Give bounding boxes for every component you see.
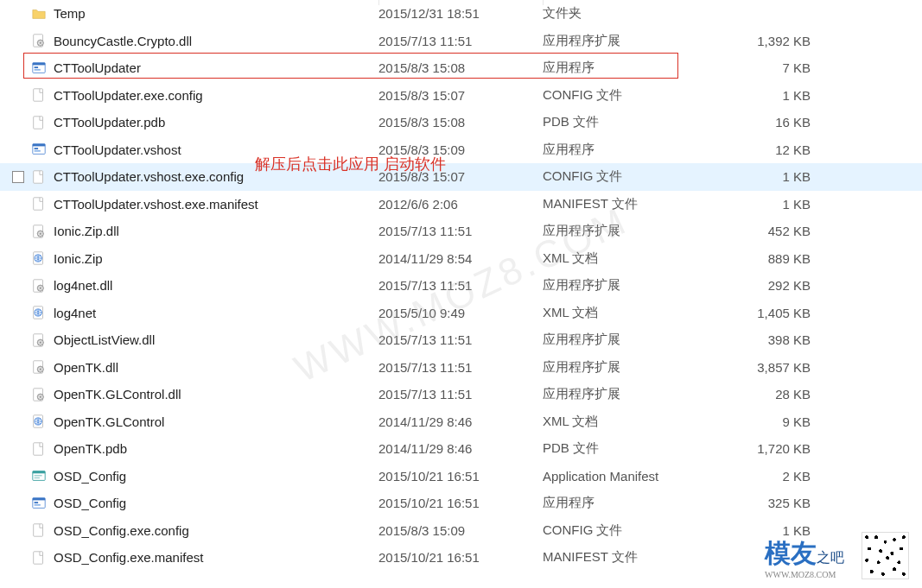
exe-icon	[28, 60, 50, 76]
file-size: 1,720 KB	[707, 441, 836, 456]
file-row[interactable]: OpenTK.GLControl.dll2015/7/13 11:51应用程序扩…	[0, 381, 922, 408]
svg-rect-14	[34, 198, 43, 210]
svg-rect-5	[35, 66, 39, 68]
file-icon	[28, 550, 50, 566]
file-row[interactable]: OpenTK.dll2015/7/13 11:51应用程序扩展3,857 KB	[0, 354, 922, 382]
file-type: 应用程序扩展	[543, 223, 707, 239]
file-name[interactable]: CTToolUpdater.vshost.exe.manifest	[50, 197, 378, 212]
file-date: 2015/8/3 15:07	[378, 169, 543, 184]
dll-icon	[28, 332, 50, 348]
file-size: 325 KB	[707, 496, 836, 510]
svg-rect-42	[33, 497, 45, 500]
file-name[interactable]: log4net	[50, 306, 378, 320]
file-name[interactable]: CTToolUpdater.vshost	[50, 142, 378, 157]
file-icon	[28, 522, 50, 538]
file-list: Temp2015/12/31 18:51文件夹BouncyCastle.Cryp…	[0, 0, 922, 572]
file-size: 1,405 KB	[707, 306, 836, 320]
file-name[interactable]: CTToolUpdater.vshost.exe.config	[50, 169, 378, 184]
file-name[interactable]: ObjectListView.dll	[50, 332, 378, 347]
folder-icon	[28, 6, 50, 22]
file-icon	[28, 196, 50, 212]
file-row[interactable]: log4net2015/5/10 9:49XML 文档1,405 KB	[0, 300, 922, 327]
file-name[interactable]: OSD_Config.exe.config	[50, 523, 378, 538]
file-name[interactable]: OSD_Config.exe.manifest	[50, 550, 378, 565]
svg-rect-36	[34, 443, 43, 455]
file-name[interactable]: Ionic.Zip.dll	[50, 224, 378, 238]
svg-point-22	[40, 287, 41, 288]
svg-rect-12	[35, 150, 41, 152]
file-type: 应用程序扩展	[543, 33, 707, 49]
svg-rect-40	[35, 477, 40, 478]
file-row[interactable]: Temp2015/12/31 18:51文件夹	[0, 0, 922, 28]
svg-rect-44	[35, 504, 41, 506]
file-name[interactable]: CTToolUpdater.pdb	[50, 115, 378, 130]
svg-rect-45	[34, 524, 43, 536]
file-row[interactable]: OSD_Config2015/10/21 16:51Application Ma…	[0, 463, 922, 490]
file-row[interactable]: CTToolUpdater.exe.config2015/8/3 15:07CO…	[0, 82, 922, 110]
file-type: 应用程序	[543, 60, 707, 76]
file-size: 1 KB	[707, 88, 836, 103]
dll-icon	[28, 359, 50, 375]
file-name[interactable]: log4net.dll	[50, 278, 378, 293]
row-checkbox[interactable]	[12, 171, 24, 183]
file-name[interactable]: Ionic.Zip	[50, 251, 378, 266]
file-name[interactable]: OpenTK.pdb	[50, 441, 378, 456]
xml-icon	[28, 414, 50, 429]
file-date: 2014/11/29 8:46	[378, 414, 543, 429]
svg-rect-6	[35, 69, 41, 71]
file-name[interactable]: OpenTK.GLControl.dll	[50, 387, 378, 401]
file-row[interactable]: OpenTK.GLControl2014/11/29 8:46XML 文档9 K…	[0, 408, 922, 436]
svg-rect-7	[34, 89, 43, 101]
file-size: 1 KB	[707, 169, 836, 184]
file-type: MANIFEST 文件	[543, 549, 707, 566]
qr-code	[862, 532, 909, 579]
file-type: CONFIG 文件	[543, 168, 707, 185]
file-date: 2015/10/21 16:51	[378, 496, 543, 510]
file-row[interactable]: BouncyCastle.Crypto.dll2015/7/13 11:51应用…	[0, 28, 922, 55]
file-name[interactable]: CTToolUpdater.exe.config	[50, 88, 378, 103]
file-type: XML 文档	[543, 305, 707, 321]
row-checkbox-slot[interactable]	[9, 171, 28, 183]
svg-point-30	[40, 369, 41, 370]
file-row[interactable]: Ionic.Zip2014/11/29 8:54XML 文档889 KB	[0, 245, 922, 273]
svg-rect-10	[33, 144, 45, 147]
file-name[interactable]: CTToolUpdater	[50, 60, 378, 75]
file-row[interactable]: Ionic.Zip.dll2015/7/13 11:51应用程序扩展452 KB	[0, 218, 922, 245]
file-row[interactable]: CTToolUpdater.vshost.exe.config2015/8/3 …	[0, 163, 922, 191]
file-size: 1,392 KB	[707, 34, 836, 48]
svg-rect-8	[34, 117, 43, 129]
svg-rect-13	[34, 171, 43, 183]
file-row[interactable]: ObjectListView.dll2015/7/13 11:51应用程序扩展3…	[0, 326, 922, 354]
file-date: 2015/8/3 15:07	[378, 88, 543, 103]
file-row[interactable]: CTToolUpdater.vshost.exe.manifest2012/6/…	[0, 191, 922, 218]
xml-icon	[28, 250, 50, 266]
manifest-icon	[28, 468, 50, 484]
file-date: 2015/12/31 18:51	[378, 6, 543, 21]
file-size: 9 KB	[707, 414, 836, 429]
file-type: XML 文档	[543, 250, 707, 267]
file-size: 28 KB	[707, 387, 836, 401]
site-logo: 模友之吧 WWW.MOZ8.COM	[765, 536, 844, 579]
file-type: 应用程序	[543, 495, 707, 511]
file-type: CONFIG 文件	[543, 87, 707, 104]
file-row[interactable]: CTToolUpdater2015/8/3 15:08应用程序7 KB	[0, 54, 922, 82]
file-size: 1 KB	[707, 197, 836, 212]
file-row[interactable]: CTToolUpdater.vshost2015/8/3 15:09应用程序12…	[0, 136, 922, 164]
file-row[interactable]: OpenTK.pdb2014/11/29 8:46PDB 文件1,720 KB	[0, 435, 922, 463]
file-name[interactable]: BouncyCastle.Crypto.dll	[50, 34, 378, 48]
file-type: XML 文档	[543, 414, 707, 430]
exe-icon	[28, 142, 50, 157]
file-size: 889 KB	[707, 251, 836, 266]
file-size: 16 KB	[707, 115, 836, 130]
file-icon	[28, 115, 50, 130]
file-name[interactable]: OpenTK.dll	[50, 360, 378, 375]
file-row[interactable]: log4net.dll2015/7/13 11:51应用程序扩展292 KB	[0, 272, 922, 300]
dll-icon	[28, 224, 50, 239]
file-date: 2015/7/13 11:51	[378, 278, 543, 293]
file-name[interactable]: OSD_Config	[50, 469, 378, 484]
file-row[interactable]: CTToolUpdater.pdb2015/8/3 15:08PDB 文件16 …	[0, 109, 922, 136]
file-name[interactable]: OpenTK.GLControl	[50, 414, 378, 429]
file-row[interactable]: OSD_Config2015/10/21 16:51应用程序325 KB	[0, 490, 922, 517]
file-name[interactable]: OSD_Config	[50, 496, 378, 510]
file-name[interactable]: Temp	[50, 6, 378, 21]
